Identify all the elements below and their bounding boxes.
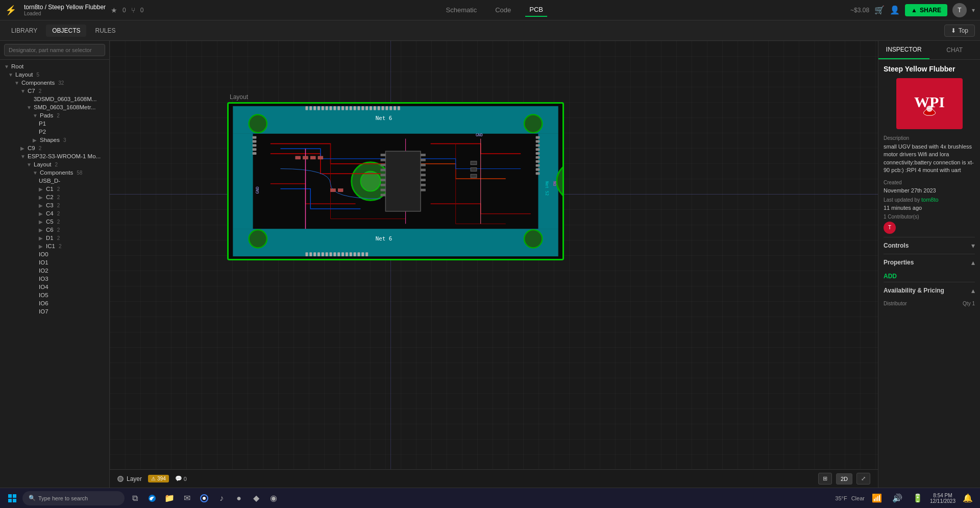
tree-item-esp32[interactable]: ▼ ESP32-S3-WROOM-1 Mo...	[0, 152, 109, 160]
volume-icon[interactable]: 🔊	[889, 490, 905, 506]
svg-rect-21	[536, 164, 540, 167]
svg-point-11	[360, 171, 380, 191]
share-label: SHARE	[920, 7, 941, 14]
tree-item-c2[interactable]: ▶C22	[0, 193, 109, 201]
tree-item-io5[interactable]: IO5	[0, 291, 109, 299]
tree-item-root[interactable]: ▼ Root	[0, 62, 109, 70]
tree-item-p2[interactable]: P2	[0, 128, 109, 136]
tree-item-c9[interactable]: ▶ C9 2	[0, 144, 109, 152]
tree-item-label: IO3	[39, 276, 48, 282]
top-view-button[interactable]: ⬇ Top	[944, 25, 975, 37]
layer-indicator[interactable]: Layer	[117, 475, 142, 482]
tree-item-io2[interactable]: IO2	[0, 267, 109, 275]
tree-item-c1[interactable]: ▶C12	[0, 185, 109, 193]
tree-item-c7[interactable]: ▼ C7 2	[0, 87, 109, 95]
tree-item-label: C2	[46, 194, 54, 200]
tree-item-io4[interactable]: IO4	[0, 283, 109, 291]
profile-button[interactable]: 👤	[890, 5, 900, 15]
taskbar-system-tray: 35°F Clear 📶 🔊 🔋 8:54 PM 12/11/2023 🔔	[835, 490, 976, 506]
grid-view-button[interactable]: ⊞	[818, 473, 832, 485]
tree-item-d1[interactable]: ▶D12	[0, 234, 109, 242]
tab-rules[interactable]: RULES	[89, 25, 121, 37]
start-button[interactable]	[4, 490, 20, 506]
tree-item-label: IO1	[39, 259, 48, 265]
svg-text:GND: GND	[476, 133, 483, 137]
tree-item-shapes[interactable]: ▶ Shapes 3	[0, 136, 109, 144]
tree-item-smd[interactable]: ▼ SMD_0603_1608Metr...	[0, 103, 109, 111]
search-input[interactable]	[4, 44, 105, 56]
app2-button[interactable]: ◆	[248, 490, 264, 506]
cart-button[interactable]: 🛒	[874, 5, 885, 15]
tree-item-components58[interactable]: ▼ Components 58	[0, 168, 109, 177]
tab-schematic[interactable]: Schematic	[442, 3, 481, 17]
tree-item-3dsmd[interactable]: 3DSMD_0603_1608M...	[0, 95, 109, 103]
svg-text:Net 52: Net 52	[545, 181, 549, 196]
layout-label: Layout	[230, 93, 248, 101]
2d-view-button[interactable]: 2D	[836, 473, 852, 485]
spotify-button[interactable]: ♪	[213, 490, 230, 506]
availability-section-header[interactable]: Availability & Pricing ▴	[884, 282, 975, 299]
tab-chat[interactable]: CHAT	[929, 41, 981, 59]
pcb-board[interactable]: Layout Net 6 Net 6	[227, 102, 564, 260]
explorer-button[interactable]: 📁	[161, 490, 178, 506]
project-title: torn8to / Steep Yellow Flubber	[24, 4, 106, 11]
tab-pcb[interactable]: PCB	[525, 3, 547, 17]
app1-button[interactable]: ●	[231, 490, 247, 506]
fullscreen-button[interactable]: ⤢	[856, 473, 870, 485]
tree-item-c3[interactable]: ▶C32	[0, 201, 109, 209]
mail-button[interactable]: ✉	[179, 490, 195, 506]
controls-section-header[interactable]: Controls ▾	[884, 237, 975, 254]
svg-rect-59	[330, 252, 332, 256]
chrome-button[interactable]	[196, 490, 212, 506]
tree-item-io3[interactable]: IO3	[0, 275, 109, 283]
tree-item-layout2[interactable]: ▼ Layout 2	[0, 160, 109, 168]
comment-badge[interactable]: 💬 0	[175, 475, 187, 482]
tree-item-io6[interactable]: IO6	[0, 299, 109, 307]
tab-inspector[interactable]: INSPECTOR	[878, 41, 929, 59]
tree-item-label: IO7	[39, 308, 48, 315]
star-button[interactable]: ★	[111, 6, 117, 14]
taskview-button[interactable]: ⧉	[127, 490, 143, 506]
arrow-icon: ▼	[27, 162, 32, 167]
clock[interactable]: 8:54 PM 12/11/2023	[930, 493, 955, 504]
tab-code[interactable]: Code	[491, 3, 515, 17]
app3-button[interactable]: ◉	[265, 490, 282, 506]
fork-button[interactable]: ⑂	[131, 6, 135, 14]
tree-item-label: Layout	[34, 161, 52, 167]
arrow-icon: ▼	[20, 154, 26, 159]
tree-item-c6[interactable]: ▶C62	[0, 226, 109, 234]
share-button[interactable]: ▲ SHARE	[905, 4, 947, 16]
properties-section-header[interactable]: Properties ▴	[884, 254, 975, 271]
tree-item-count: 32	[58, 80, 64, 86]
network-icon[interactable]: 📶	[869, 490, 885, 506]
tree-item-usbd[interactable]: USB_D-	[0, 177, 109, 185]
add-button[interactable]: ADD	[884, 271, 897, 282]
taskbar-search[interactable]: 🔍 Type here to search	[22, 491, 125, 505]
tree-item-label: Components	[40, 170, 73, 176]
tree-item-layout[interactable]: ▼ Layout 5	[0, 70, 109, 79]
battery-icon[interactable]: 🔋	[910, 490, 926, 506]
svg-rect-104	[13, 494, 16, 498]
tree-item-io1[interactable]: IO1	[0, 258, 109, 267]
tab-objects[interactable]: OBJECTS	[46, 25, 86, 37]
tree-item-components[interactable]: ▼ Components 32	[0, 79, 109, 87]
tree-item-p1[interactable]: P1	[0, 119, 109, 128]
tree-item-c4[interactable]: ▶C42	[0, 209, 109, 217]
updated-by-link[interactable]: tom8to	[921, 197, 939, 203]
canvas-area[interactable]: Layout Net 6 Net 6	[110, 41, 878, 488]
layer-label: Layer	[127, 475, 142, 482]
tree-item-c5[interactable]: ▶C52	[0, 217, 109, 226]
tree-item-io0[interactable]: IO0	[0, 250, 109, 258]
contributor-avatar-1[interactable]: T	[884, 222, 896, 234]
tree-item-io7[interactable]: IO7	[0, 307, 109, 316]
svg-rect-49	[385, 106, 388, 110]
svg-rect-32	[317, 106, 320, 110]
warning-badge[interactable]: ⚠ 394	[148, 475, 169, 482]
tab-library[interactable]: LIBRARY	[5, 25, 43, 37]
edge-button[interactable]	[144, 490, 160, 506]
tree-item-ic1[interactable]: ▶IC12	[0, 242, 109, 250]
chevron-down-icon[interactable]: ▾	[972, 7, 975, 14]
notification-icon[interactable]: 🔔	[960, 490, 976, 506]
user-avatar[interactable]: T	[952, 3, 967, 17]
tree-item-pads[interactable]: ▼ Pads 2	[0, 111, 109, 119]
